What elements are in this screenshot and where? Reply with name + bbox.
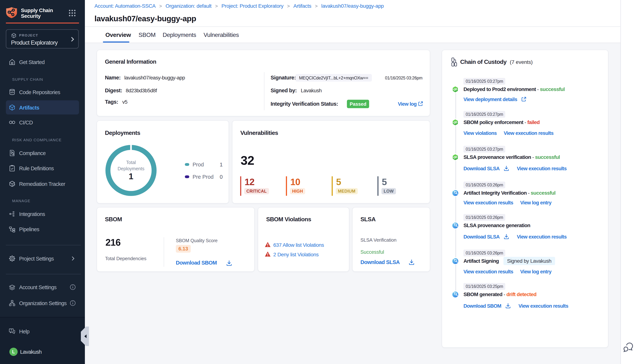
svg-text:?: ? [11, 329, 12, 332]
